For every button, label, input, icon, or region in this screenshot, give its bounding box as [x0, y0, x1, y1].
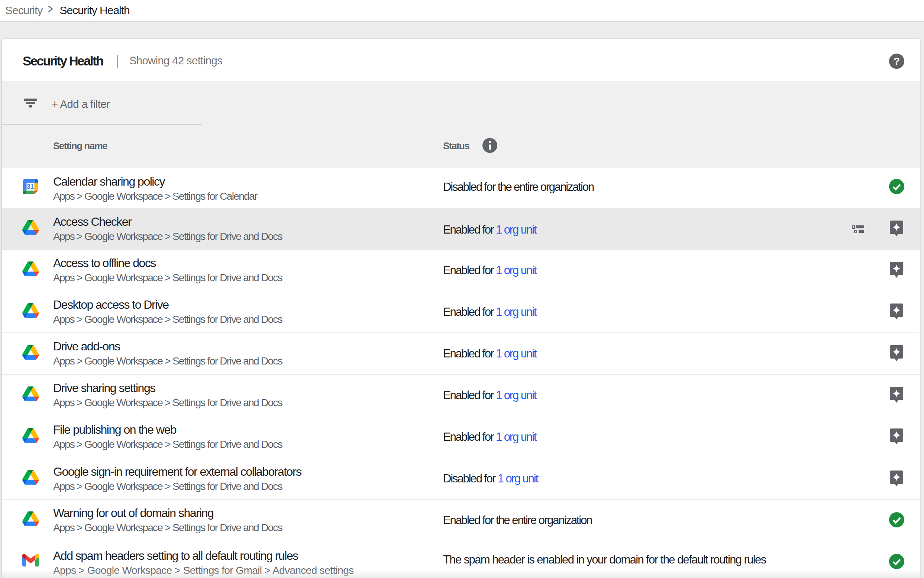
svg-text:31: 31	[27, 183, 34, 190]
svg-text:?: ?	[893, 55, 900, 67]
